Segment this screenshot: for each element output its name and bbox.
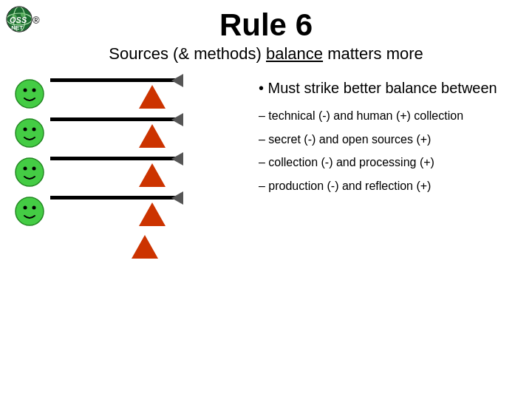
line-group-4 [50,196,244,226]
smiley-face-2 [15,118,44,148]
svg-point-17 [33,205,36,209]
subtitle-prefix: Sources (& methods) [109,44,266,63]
smiley-face-4 [15,197,44,226]
svg-point-9 [16,119,44,147]
svg-point-11 [33,127,36,131]
globe-icon: OSS .NET [6,6,33,33]
list-item: secret (-) and open sources (+) [259,132,517,148]
triangle-up-2 [139,124,166,148]
svg-point-8 [33,88,36,92]
svg-point-7 [24,88,27,92]
svg-point-13 [24,166,27,170]
horizontal-line-3 [50,157,183,160]
diagram-row [15,78,244,109]
right-panel: Must strike better balance between techn… [251,78,517,352]
svg-point-16 [24,205,27,209]
line-group-1 [50,78,244,109]
svg-point-14 [33,166,36,170]
page-title: Rule 6 [0,7,532,43]
svg-point-12 [16,158,44,186]
list-item: technical (-) and human (+) collection [259,108,517,124]
list-item: collection (-) and processing (+) [259,154,517,171]
diagram-row [15,157,244,187]
smiley-face-1 [15,79,44,109]
page-subtitle: Sources (& methods) balance matters more [0,44,532,64]
registered-mark: ® [33,15,40,26]
svg-point-10 [24,127,27,131]
diagram-area [15,78,244,352]
horizontal-line-2 [50,117,183,121]
logo: OSS .NET ® [6,6,40,33]
arrow-left-2 [171,113,183,126]
svg-point-6 [16,80,44,108]
line-group-2 [50,117,244,148]
svg-text:OSS: OSS [10,16,27,24]
horizontal-line-1 [50,78,183,82]
bullet-header: Must strike better balance between [259,78,517,98]
final-triangle [132,235,244,259]
svg-point-15 [16,197,44,225]
diagram-row [15,117,244,148]
dash-list: technical (-) and human (+) collection s… [259,108,517,194]
smiley-face-3 [15,157,44,187]
arrow-left-4 [171,191,183,205]
arrow-left-1 [171,74,183,87]
triangle-up-3 [139,163,166,187]
diagram-row [15,196,244,226]
subtitle-suffix: matters more [323,44,423,63]
triangle-up-1 [139,85,166,109]
bottom-triangle [132,235,158,259]
svg-text:.NET: .NET [10,24,23,31]
line-group-3 [50,157,244,187]
list-item: production (-) and reflection (+) [259,178,517,194]
horizontal-line-4 [50,196,183,200]
subtitle-underline: balance [266,44,323,63]
main-content: Must strike better balance between techn… [0,78,532,352]
triangle-up-4 [139,202,166,226]
arrow-left-3 [171,152,183,166]
